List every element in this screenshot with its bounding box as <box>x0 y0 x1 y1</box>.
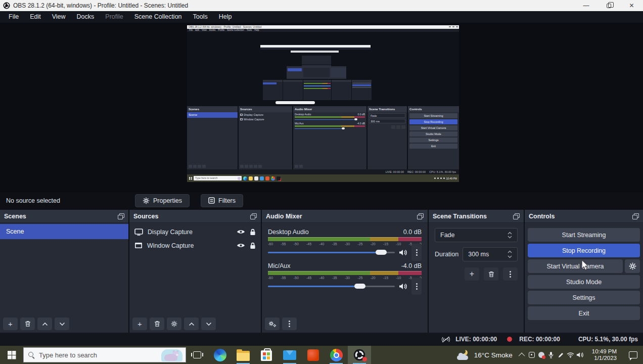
tray-volume-icon[interactable] <box>575 346 585 364</box>
restore-button[interactable] <box>598 0 620 11</box>
mini-window-controls <box>449 26 458 27</box>
taskbar-app-office[interactable] <box>301 346 325 364</box>
speaker-icon[interactable] <box>399 249 407 256</box>
popout-icon[interactable] <box>417 213 424 219</box>
gear-icon <box>143 197 150 204</box>
popout-icon[interactable] <box>250 213 257 219</box>
virtual-camera-config-button[interactable] <box>625 259 640 273</box>
visibility-eye-icon[interactable] <box>237 243 245 248</box>
audio-channel-mic: Mic/Aux -4.0 dB -60-55-50-45-40-35-30-25… <box>262 261 428 292</box>
remove-scene-button[interactable] <box>20 317 35 330</box>
source-up-button[interactable] <box>184 317 199 330</box>
remove-transition-button[interactable] <box>484 267 498 281</box>
tray-recording-icon[interactable] <box>537 346 546 364</box>
popout-icon[interactable] <box>632 213 639 219</box>
menu-scene-collection[interactable]: Scene Collection <box>129 11 188 23</box>
taskbar-app-store[interactable] <box>255 346 278 364</box>
popout-icon[interactable] <box>513 213 520 219</box>
add-scene-button[interactable]: + <box>3 317 18 330</box>
add-source-button[interactable]: + <box>132 317 147 330</box>
filters-button[interactable]: Filters <box>201 194 243 207</box>
spinner-arrows-icon[interactable] <box>508 250 512 259</box>
filters-icon <box>208 197 215 204</box>
exit-button[interactable]: Exit <box>528 306 640 320</box>
add-transition-button[interactable]: + <box>465 267 479 281</box>
advanced-audio-button[interactable] <box>265 317 280 330</box>
start-virtual-camera-button[interactable]: Start Virtual Camera <box>528 259 623 273</box>
speaker-icon[interactable] <box>399 283 407 290</box>
channel-level: 0.0 dB <box>403 229 422 236</box>
lock-icon[interactable] <box>250 242 256 249</box>
windows-logo-icon <box>8 351 16 359</box>
menu-help[interactable]: Help <box>213 11 238 23</box>
mini-sources-panel: Sources Display Capture Window Capture <box>239 106 292 169</box>
popout-icon[interactable] <box>118 213 124 219</box>
start-button[interactable] <box>0 346 23 364</box>
taskbar-app-mail[interactable] <box>278 346 301 364</box>
action-center-button[interactable] <box>623 346 643 364</box>
taskbar-weather[interactable]: 16°C Smoke <box>452 350 518 360</box>
obs-logo-icon <box>3 2 10 9</box>
minimize-button[interactable]: — <box>575 0 598 11</box>
stop-recording-button[interactable]: Stop Recording <box>528 244 640 257</box>
chevron-up-icon <box>518 352 525 359</box>
slider-handle[interactable] <box>354 284 365 289</box>
scene-list-item-selected[interactable]: Scene <box>0 224 128 239</box>
menu-file[interactable]: File <box>3 11 24 23</box>
controls-panel-header: Controls <box>525 210 643 223</box>
audio-mixer-panel-title: Audio Mixer <box>266 213 302 220</box>
tray-wifi-icon[interactable] <box>566 346 575 364</box>
menu-edit[interactable]: Edit <box>24 11 47 23</box>
search-input[interactable] <box>39 351 135 359</box>
audio-mixer-toolbar <box>265 317 297 330</box>
menu-tools[interactable]: Tools <box>188 11 213 23</box>
channel-menu-button[interactable] <box>411 244 422 261</box>
menu-profile[interactable]: Profile <box>100 11 128 23</box>
controls-panel: Controls Start Streaming Stop Recording … <box>525 210 643 333</box>
taskbar-search[interactable] <box>23 347 186 362</box>
source-down-button[interactable] <box>201 317 216 330</box>
slider-handle[interactable] <box>376 250 387 255</box>
source-row-window-capture[interactable]: Window Capture <box>129 239 261 252</box>
menu-docks[interactable]: Docks <box>71 11 100 23</box>
volume-slider[interactable] <box>268 283 395 289</box>
task-view-button[interactable] <box>186 346 208 364</box>
kebab-icon <box>416 286 418 287</box>
studio-mode-button[interactable]: Studio Mode <box>528 275 640 289</box>
close-button[interactable]: ✕ <box>620 0 643 11</box>
weather-text: 16°C Smoke <box>474 351 513 359</box>
meter-scale: -60-55-50-45-40-35-30-25-20-15-10-50 <box>268 241 422 247</box>
taskbar-clock[interactable]: 10:49 PM 1/1/2023 <box>585 348 623 362</box>
scene-down-button[interactable] <box>55 317 69 330</box>
duration-row: Duration 300 ms <box>435 247 518 261</box>
mini-window-title: OBS 28.1.2 (64-bit, windows) - Profile: … <box>189 25 261 28</box>
source-row-display-capture[interactable]: Display Capture <box>129 225 261 239</box>
transition-select[interactable]: Fade <box>435 228 518 242</box>
settings-button[interactable]: Settings <box>528 291 640 304</box>
menu-view[interactable]: View <box>47 11 71 23</box>
taskbar-app-edge[interactable] <box>208 346 232 364</box>
scenes-panel: Scenes Scene + <box>0 210 128 333</box>
tray-microphone-icon[interactable] <box>546 346 556 364</box>
visibility-eye-icon[interactable] <box>237 229 245 235</box>
preview-area[interactable]: OBS 28.1.2 (64-bit, windows) - Profile: … <box>0 23 643 192</box>
mixer-menu-button[interactable] <box>282 317 297 330</box>
taskbar-app-obs[interactable] <box>348 346 371 364</box>
lock-icon[interactable] <box>250 229 256 236</box>
task-view-icon <box>193 351 201 358</box>
tray-expand-button[interactable] <box>518 346 527 364</box>
tray-obs-icon[interactable] <box>527 346 537 364</box>
duration-spinner[interactable]: 300 ms <box>463 247 518 261</box>
mini-dock-row: Scenes Scene Sources Display Capture Win… <box>187 106 459 169</box>
scene-up-button[interactable] <box>37 317 52 330</box>
volume-slider[interactable] <box>268 249 395 255</box>
taskbar-app-file-explorer[interactable] <box>232 346 255 364</box>
properties-button[interactable]: Properties <box>135 194 190 207</box>
tray-pen-icon[interactable] <box>556 346 566 364</box>
transition-menu-button[interactable] <box>503 267 518 281</box>
source-properties-button[interactable] <box>167 317 181 330</box>
start-streaming-button[interactable]: Start Streaming <box>528 228 640 242</box>
channel-menu-button[interactable] <box>411 278 422 295</box>
remove-source-button[interactable] <box>150 317 164 330</box>
taskbar-app-chrome[interactable] <box>325 346 348 364</box>
